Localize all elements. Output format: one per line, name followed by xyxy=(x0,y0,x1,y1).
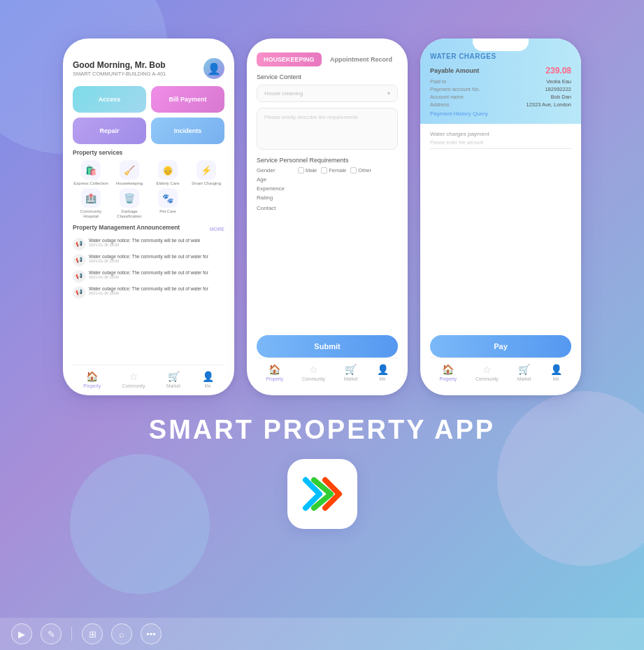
address-value: 12323 Ave, London xyxy=(526,101,571,108)
service-charging[interactable]: ⚡ Smart Charging xyxy=(188,160,224,186)
other-checkbox[interactable] xyxy=(350,167,357,174)
nav-community-2[interactable]: ☆ Community xyxy=(302,364,325,381)
tab-housekeeping[interactable]: HOUSEKEEPING xyxy=(257,52,322,66)
announce-item-3: 📢 Water outage notice: The community wil… xyxy=(73,270,224,283)
nav-market-3[interactable]: 🛒 Market xyxy=(517,364,531,381)
me-icon-3: 👤 xyxy=(550,364,562,375)
tab-appointment[interactable]: Appointment Record xyxy=(324,52,398,66)
me-icon-1: 👤 xyxy=(202,371,214,382)
nav-community-1[interactable]: ☆ Community xyxy=(122,371,145,388)
announce-dot-4: 📢 xyxy=(73,286,85,299)
nav-property-2[interactable]: 🏠 Property xyxy=(266,364,283,381)
nav-property-1[interactable]: 🏠 Property xyxy=(83,371,101,388)
gender-other[interactable]: Other xyxy=(350,167,371,174)
housekeeping-label: Housekeeping xyxy=(116,181,143,186)
phone1-greeting-block: Good Morning, Mr. Bob SMART COMMUNITY-BU… xyxy=(73,60,166,77)
experience-row: Experience xyxy=(257,185,398,192)
repair-button[interactable]: Repair xyxy=(73,118,146,144)
select-value: House cleaning xyxy=(264,90,303,97)
nav-label-property-3: Property xyxy=(439,376,457,381)
avatar: 👤 xyxy=(203,58,224,79)
housekeeping-icon: 🧹 xyxy=(120,160,139,180)
phone1-content: Good Morning, Mr. Bob SMART COMMUNITY-BU… xyxy=(63,38,234,395)
grid-button[interactable]: ⊞ xyxy=(82,623,103,644)
pay-button[interactable]: Pay xyxy=(430,335,571,358)
water-payment-input[interactable]: Please enter the amount xyxy=(430,140,571,149)
hospital-label: Community Hospital xyxy=(73,209,109,219)
nav-me-3[interactable]: 👤 Me xyxy=(550,364,562,381)
account-name-label: Account name xyxy=(430,94,464,100)
requirements-textarea[interactable]: Please briefly describe the requirements xyxy=(257,108,398,150)
market-icon-2: 🛒 xyxy=(345,364,357,375)
phone3-header: WATER CHARGES Payable Amount 239.08 Paid… xyxy=(420,38,581,124)
account-name-value: Bob Dan xyxy=(551,94,571,100)
requirements-section: Service Personnel Requirements Gender Ma… xyxy=(257,157,398,201)
nav-community-3[interactable]: ☆ Community xyxy=(475,364,499,381)
bg-blob-3 xyxy=(70,454,210,594)
female-checkbox[interactable] xyxy=(321,167,327,174)
incidents-button[interactable]: Incidents xyxy=(151,118,224,144)
nav-me-1[interactable]: 👤 Me xyxy=(202,371,214,388)
rating-row: Rating xyxy=(257,195,398,201)
bill-payment-button[interactable]: Bill Payment xyxy=(151,86,224,113)
announce-header: Property Management Announcement MORE xyxy=(73,224,224,235)
gender-female[interactable]: Female xyxy=(321,167,346,174)
service-hospital[interactable]: 🏥 Community Hospital xyxy=(73,188,109,219)
app-title: SMART PROPERTY APP xyxy=(149,415,495,445)
service-express[interactable]: 🛍️ Express Collection xyxy=(73,160,109,186)
age-row: Age xyxy=(257,176,398,183)
phone3-full: WATER CHARGES Payable Amount 239.08 Paid… xyxy=(420,38,581,395)
nav-label-market-3: Market xyxy=(517,376,531,381)
access-button[interactable]: Access xyxy=(73,86,146,113)
phone1-bottom-nav: 🏠 Property ☆ Community 🛒 Market 👤 Me xyxy=(73,365,224,395)
search-button[interactable]: ⌕ xyxy=(111,623,132,644)
hospital-icon: 🏥 xyxy=(81,188,101,208)
edit-button[interactable]: ✎ xyxy=(41,623,62,644)
phone2-full: HOUSEKEEPING Appointment Record Service … xyxy=(247,38,408,395)
other-label: Other xyxy=(358,167,371,174)
payment-history-link[interactable]: Payment History Query xyxy=(430,111,571,117)
service-housekeeping[interactable]: 🧹 Housekeeping xyxy=(111,160,148,186)
announce-content-3: Water outage notice: The community will … xyxy=(89,270,208,279)
phone1-subtitle: SMART COMMUNITY-BUILDING A-401 xyxy=(73,71,166,77)
nav-property-3[interactable]: 🏠 Property xyxy=(439,364,457,381)
more-link[interactable]: MORE xyxy=(210,227,224,232)
service-garbage[interactable]: 🗑️ Garbage Classification xyxy=(111,188,148,219)
service-pet[interactable]: 🐾 Pet Care xyxy=(150,188,186,219)
submit-button[interactable]: Submit xyxy=(257,335,398,358)
male-checkbox[interactable] xyxy=(298,167,304,174)
nav-label-market-1: Market xyxy=(166,383,180,388)
community-icon-2: ☆ xyxy=(309,364,318,375)
home-icon-2: 🏠 xyxy=(269,364,280,375)
phone-3: WATER CHARGES Payable Amount 239.08 Paid… xyxy=(420,38,581,395)
nav-market-2[interactable]: 🛒 Market xyxy=(344,364,358,381)
announce-dot-1: 📢 xyxy=(73,238,85,250)
main-container: Good Morning, Mr. Bob SMART COMMUNITY-BU… xyxy=(0,0,644,650)
nav-me-2[interactable]: 👤 Me xyxy=(377,364,389,381)
services-title: Property services xyxy=(73,149,224,156)
more-button[interactable]: ••• xyxy=(141,623,162,644)
service-content-label: Service Content xyxy=(257,73,398,80)
service-content-select[interactable]: House cleaning ▾ xyxy=(257,85,398,102)
pet-label: Pet Care xyxy=(159,209,176,214)
announcements-title: Property Management Announcement xyxy=(73,224,180,231)
gender-male[interactable]: Male xyxy=(298,167,317,174)
service-elderly[interactable]: 👴 Elderly Care xyxy=(150,160,186,186)
nav-label-community-3: Community xyxy=(475,376,499,381)
nav-market-1[interactable]: 🛒 Market xyxy=(166,371,180,388)
nav-label-community-2: Community xyxy=(302,376,325,381)
announce-date-3: 2021-01-30 18:00 xyxy=(89,275,208,279)
services-grid: 🛍️ Express Collection 🧹 Housekeeping 👴 E… xyxy=(73,160,224,220)
payment-account-value: 182992222 xyxy=(545,86,571,92)
nav-label-me-1: Me xyxy=(205,383,211,388)
pet-icon: 🐾 xyxy=(158,188,178,208)
phones-row: Good Morning, Mr. Bob SMART COMMUNITY-BU… xyxy=(42,38,602,395)
contact-row: Contact xyxy=(257,205,398,211)
play-button[interactable]: ▶ xyxy=(11,623,32,644)
paid-to-value: Veolia Eau xyxy=(546,78,571,85)
age-label: Age xyxy=(257,176,295,183)
bg-blob-2 xyxy=(497,391,644,566)
charging-label: Smart Charging xyxy=(192,181,221,186)
phone2-bottom-nav: 🏠 Property ☆ Community 🛒 Market 👤 xyxy=(257,358,398,388)
elderly-label: Elderly Care xyxy=(156,181,179,186)
